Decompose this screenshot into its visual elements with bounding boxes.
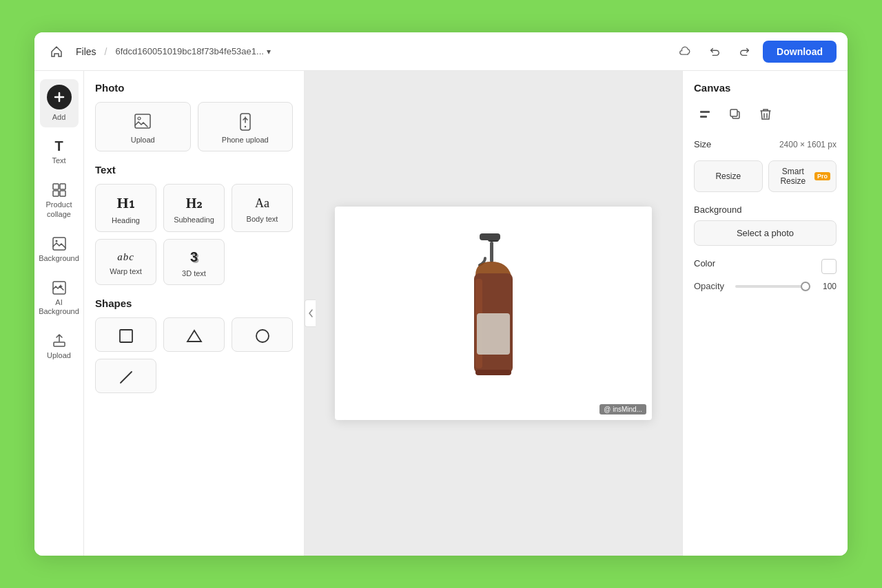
svg-rect-0 (53, 184, 59, 189)
opacity-slider[interactable] (735, 285, 810, 288)
side-panel: Photo Upload (84, 71, 305, 556)
right-panel-tools (694, 103, 837, 125)
photo-section: Photo Upload (95, 82, 293, 151)
align-icon[interactable] (694, 103, 716, 125)
canvas-watermark: @ insMind... (599, 404, 646, 414)
background-section: Background Select a photo (694, 204, 837, 246)
svg-rect-1 (60, 184, 65, 189)
sidebar-item-product-collage[interactable]: Product collage (40, 176, 79, 224)
size-value: 2400 × 1601 px (779, 140, 837, 149)
pro-badge: Pro (814, 172, 830, 180)
canvas-area: @ insMind... (305, 71, 682, 556)
home-button[interactable] (45, 41, 68, 63)
body-text-card-label: Body text (247, 215, 278, 223)
3d-text-card-label: 3D text (182, 269, 206, 277)
cloud-icon[interactable] (675, 42, 694, 61)
color-row: Color (694, 258, 837, 274)
select-photo-button[interactable]: Select a photo (694, 220, 837, 246)
background-label: Background (694, 204, 837, 215)
warp-text-icon: abc (117, 251, 134, 263)
svg-point-9 (138, 117, 141, 120)
svg-rect-24 (730, 109, 737, 116)
filename-label[interactable]: 6fdcd160051019bc18f73b4fe53ae1... ▾ (115, 46, 270, 56)
subheading-icon: H₂ (186, 195, 203, 211)
shapes-section-title: Shapes (95, 297, 293, 309)
sidebar-item-text[interactable]: T Text (40, 133, 79, 171)
redo-button[interactable] (735, 42, 755, 61)
subheading-card-label: Subheading (174, 216, 214, 224)
background-icon (51, 235, 68, 252)
photo-section-title: Photo (95, 82, 293, 94)
svg-point-13 (256, 330, 269, 342)
upload-card-icon (133, 112, 152, 132)
svg-rect-7 (54, 342, 65, 346)
color-label: Color (694, 258, 715, 269)
product-collage-icon (51, 182, 68, 198)
text-grid: H₁ Heading H₂ Subheading Aa Body text ab… (95, 184, 293, 285)
svg-point-5 (55, 240, 57, 242)
sidebar-item-ai-background-label: AI Background (39, 298, 79, 316)
warp-text-card[interactable]: abc Warp text (95, 239, 156, 285)
delete-icon[interactable] (755, 103, 777, 125)
size-label: Size (694, 139, 711, 149)
upload-icon (51, 333, 68, 349)
triangle-shape-card[interactable] (163, 317, 225, 352)
duplicate-icon[interactable] (724, 103, 746, 125)
sidebar-item-background-label: Background (39, 254, 79, 263)
shapes-grid (95, 317, 293, 393)
svg-rect-20 (475, 370, 511, 375)
main-content: Add T Text Product collage (34, 71, 848, 556)
triangle-shape-icon (186, 328, 203, 344)
right-panel-title: Canvas (694, 82, 837, 94)
subheading-card[interactable]: H₂ Subheading (163, 184, 225, 232)
3d-text-card[interactable]: 3 3D text (163, 239, 225, 285)
svg-rect-19 (477, 313, 510, 355)
product-bottle (335, 207, 652, 420)
svg-rect-2 (53, 191, 59, 196)
svg-rect-3 (60, 191, 65, 196)
line-shape-icon (118, 369, 134, 386)
upload-card[interactable]: Upload (95, 102, 191, 151)
photo-grid: Upload Phone upload (95, 102, 293, 151)
svg-rect-21 (700, 111, 710, 113)
icon-sidebar: Add T Text Product collage (34, 71, 84, 556)
svg-rect-8 (135, 114, 150, 128)
body-text-card[interactable]: Aa Body text (232, 184, 293, 232)
collapse-panel-button[interactable] (305, 300, 316, 327)
topbar: Files / 6fdcd160051019bc18f73b4fe53ae1..… (34, 32, 848, 71)
3d-text-icon: 3 (190, 249, 198, 265)
resize-row: Resize Smart Resize Pro (694, 160, 837, 192)
phone-upload-card[interactable]: Phone upload (198, 102, 294, 151)
sidebar-item-add-label: Add (52, 113, 66, 122)
sidebar-item-text-label: Text (52, 156, 65, 165)
heading-card[interactable]: H₁ Heading (95, 184, 156, 232)
files-breadcrumb[interactable]: Files (76, 46, 96, 57)
bottle-svg (445, 231, 542, 396)
text-icon: T (54, 138, 63, 154)
upload-card-label: Upload (131, 136, 155, 144)
smart-resize-button[interactable]: Smart Resize Pro (768, 160, 837, 192)
svg-rect-16 (490, 242, 493, 262)
svg-rect-22 (700, 116, 707, 118)
size-section: Size 2400 × 1601 px Resize Smart Resize … (694, 139, 837, 192)
phone-upload-icon (238, 112, 253, 132)
sidebar-item-ai-background[interactable]: AI Background (40, 274, 79, 322)
topbar-icons (675, 42, 755, 61)
opacity-thumb (801, 282, 810, 291)
circle-shape-card[interactable] (232, 317, 293, 352)
square-shape-card[interactable] (95, 317, 156, 352)
sidebar-item-upload[interactable]: Upload (40, 327, 79, 366)
resize-button[interactable]: Resize (694, 160, 763, 192)
sidebar-item-background[interactable]: Background (40, 230, 79, 269)
square-shape-icon (118, 328, 134, 344)
download-button[interactable]: Download (763, 41, 837, 63)
sidebar-item-add[interactable]: Add (40, 79, 79, 127)
sidebar-item-product-collage-label: Product collage (43, 200, 76, 218)
shapes-section: Shapes (95, 297, 293, 393)
heading-card-label: Heading (112, 216, 140, 224)
text-section-title: Text (95, 164, 293, 176)
heading-icon: H₁ (117, 194, 135, 212)
undo-button[interactable] (705, 42, 724, 61)
color-swatch[interactable] (821, 259, 837, 274)
line-shape-card[interactable] (95, 359, 156, 393)
